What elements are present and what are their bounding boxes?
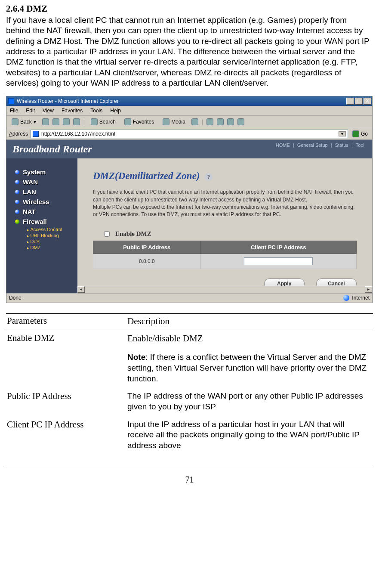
help-icon[interactable]: ? [205, 173, 213, 181]
back-button[interactable]: Back ▾ [9, 118, 39, 126]
router-main: DMZ(Demilitarized Zone) ? If you have a … [77, 158, 372, 293]
media-button[interactable]: Media [160, 118, 188, 126]
back-icon [12, 118, 18, 125]
sidebar-item-wireless[interactable]: Wireless [15, 197, 77, 207]
sidebar-item-firewall[interactable]: Firewall [15, 217, 77, 226]
bullet-icon [15, 190, 19, 194]
home-icon[interactable] [73, 118, 80, 125]
enable-dmz-label: Enable DMZ [115, 230, 151, 238]
ie-window: Wireless Router - Microsoft Internet Exp… [6, 96, 373, 303]
history-icon[interactable] [191, 118, 198, 125]
intro-paragraph: If you have a local client PC that canno… [6, 15, 373, 88]
toolbar: Back ▾ | Search Favorites Media | [6, 116, 372, 128]
dmz-table: Public IP Address Client PC IP Address 0… [93, 241, 357, 269]
sidebar-item-nat[interactable]: NAT [15, 207, 77, 217]
param-name: Enable DMZ [6, 329, 126, 388]
go-icon [352, 130, 359, 137]
param-name: Client PC IP Address [6, 416, 126, 455]
menu-file[interactable]: File [10, 108, 18, 114]
parameters-table: Parameters Description Enable DMZ Enable… [6, 313, 373, 455]
router-banner: Broadband Router HOME | General Setup | … [6, 140, 372, 158]
star-icon [124, 118, 131, 125]
refresh-icon[interactable] [63, 118, 70, 125]
bullet-icon [15, 210, 19, 214]
favorites-button[interactable]: Favorites [122, 118, 157, 126]
param-desc: Input the IP address of a particular hos… [126, 416, 373, 455]
discuss-icon[interactable] [237, 118, 244, 125]
router-top-links: HOME | General Setup | Status | Tool [274, 142, 366, 148]
bullet-icon [15, 180, 19, 184]
window-titlebar: Wireless Router - Microsoft Internet Exp… [6, 96, 372, 106]
col-client-ip: Client PC IP Address [200, 241, 356, 254]
bullet-icon [15, 200, 19, 204]
search-button[interactable]: Search [88, 118, 118, 126]
status-bar: Done Internet [6, 293, 372, 303]
menu-bar: File Edit View Favorites Tools Help [6, 106, 372, 116]
sidebar-item-wan[interactable]: WAN [15, 177, 77, 187]
public-ip-value: 0.0.0.0 [93, 254, 201, 269]
close-button[interactable]: X [364, 98, 371, 105]
scroll-left-icon[interactable]: ◄ [77, 286, 85, 293]
address-label: Address [9, 131, 28, 137]
menu-edit[interactable]: Edit [26, 108, 35, 114]
col-public-ip: Public IP Address [93, 241, 201, 254]
mail-icon[interactable] [206, 118, 213, 125]
page-title: DMZ(Demilitarized Zone) ? [93, 170, 357, 182]
enable-dmz-checkbox[interactable] [104, 231, 110, 237]
sidebar-sub-url[interactable]: URL Blocking [27, 232, 77, 238]
scroll-right-icon[interactable]: ► [365, 286, 372, 293]
section-heading: 2.6.4 DMZ [6, 3, 373, 14]
address-dropdown-icon[interactable]: ▼ [339, 131, 346, 136]
param-name: Public IP Address [6, 387, 126, 415]
maximize-button[interactable]: □ [355, 98, 363, 105]
sidebar-sub-access[interactable]: Access Control [27, 226, 77, 232]
col-description: Description [126, 313, 373, 329]
internet-zone-icon [343, 295, 349, 301]
stop-icon[interactable] [52, 118, 59, 125]
check-icon [15, 220, 19, 224]
status-text: Done [9, 295, 22, 301]
print-icon[interactable] [217, 118, 224, 125]
search-icon [91, 118, 98, 125]
param-desc: Enable/disable DMZ [127, 333, 372, 344]
edit-icon[interactable] [227, 118, 234, 125]
param-note: Note: If there is a conflict between the… [127, 352, 372, 384]
footer-rule [6, 466, 373, 466]
menu-view[interactable]: View [43, 108, 54, 114]
bullet-icon [15, 170, 19, 174]
ie-icon [8, 98, 14, 104]
sidebar-sub-dos[interactable]: DoS [27, 238, 77, 244]
router-sidebar: System WAN LAN Wireless NAT Firewall Acc… [6, 158, 77, 293]
top-link-tool[interactable]: Tool [354, 142, 366, 148]
window-title: Wireless Router - Microsoft Internet Exp… [17, 98, 119, 104]
status-zone: Internet [352, 295, 370, 301]
page-description: If you have a local client PC that canno… [93, 189, 357, 219]
top-link-home[interactable]: HOME [274, 142, 292, 148]
router-brand: Broadband Router [12, 143, 92, 155]
param-desc: The IP address of the WAN port or any ot… [126, 387, 373, 415]
sidebar-sub-dmz[interactable]: DMZ [27, 244, 77, 251]
media-icon [163, 118, 169, 125]
horizontal-scrollbar[interactable]: ◄ ► [77, 286, 372, 293]
minimize-button[interactable]: _ [346, 98, 354, 105]
menu-favorites[interactable]: Favorites [62, 108, 83, 114]
section-number: 2.6.4 [6, 3, 24, 14]
forward-icon[interactable] [42, 118, 49, 125]
client-ip-input[interactable] [244, 257, 313, 265]
sidebar-item-lan[interactable]: LAN [15, 187, 77, 197]
page-favicon-icon [33, 131, 39, 137]
section-title: DMZ [26, 3, 47, 14]
page-number: 71 [6, 475, 373, 485]
sidebar-item-system[interactable]: System [15, 167, 77, 177]
address-input[interactable]: http://192.168.12.107/index.html [41, 131, 336, 137]
address-bar: Address http://192.168.12.107/index.html… [6, 128, 372, 140]
top-link-general[interactable]: General Setup [296, 142, 330, 148]
go-button[interactable]: Go [351, 130, 370, 137]
col-parameters: Parameters [6, 313, 126, 329]
menu-tools[interactable]: Tools [90, 108, 102, 114]
menu-help[interactable]: Help [110, 108, 121, 114]
top-link-status[interactable]: Status [333, 142, 350, 148]
